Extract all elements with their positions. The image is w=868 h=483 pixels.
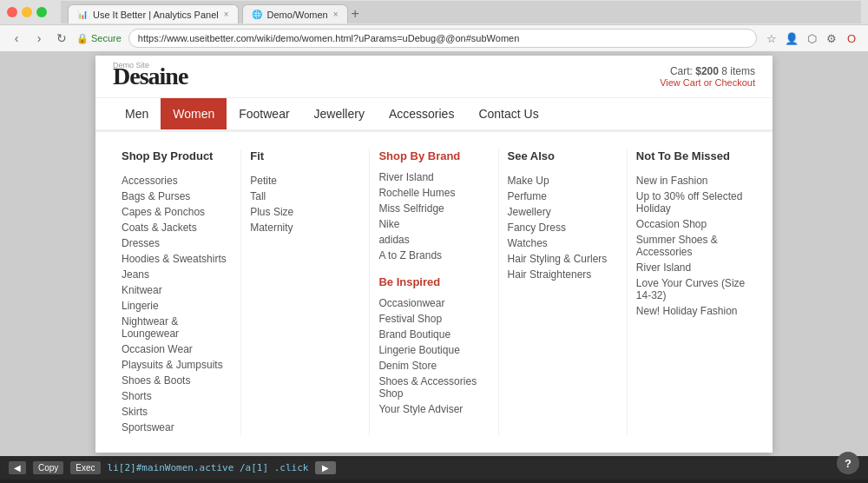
settings-icon[interactable]: ⚙ xyxy=(824,30,839,46)
product-item[interactable]: Sportswear xyxy=(122,420,232,435)
new-tab-button[interactable]: + xyxy=(352,4,359,23)
profile-icon[interactable]: 👤 xyxy=(784,30,799,46)
tab-demo[interactable]: 🌐 Demo/Women × xyxy=(242,4,348,23)
not-missed-item[interactable]: Summer Shoes & Accessories xyxy=(636,232,746,260)
checkout-link[interactable]: View Cart or Checkout xyxy=(660,77,755,88)
bottom-panel: ◀ Copy Exec li[2]#mainWomen.active /a[1]… xyxy=(0,456,868,480)
see-also-item[interactable]: Hair Straighteners xyxy=(508,267,618,282)
fit-item[interactable]: Plus Size xyxy=(250,204,360,220)
extensions-icon[interactable]: ⬡ xyxy=(804,30,819,46)
cart-amount: $200 xyxy=(695,65,719,77)
star-icon[interactable]: ☆ xyxy=(764,30,779,46)
back-button[interactable]: ‹ xyxy=(9,30,24,46)
col-title-not-missed: Not To Be Missed xyxy=(636,149,746,162)
product-item[interactable]: Coats & Jackets xyxy=(122,220,232,235)
see-also-item[interactable]: Make Up xyxy=(508,173,618,189)
logo-wrap: Demo Site Desaine xyxy=(113,63,187,90)
product-item[interactable]: Occasion Wear xyxy=(122,341,232,357)
close-button[interactable] xyxy=(7,7,17,17)
see-also-item[interactable]: Watches xyxy=(508,235,618,251)
dropdown-col-fit: Fit PetiteTallPlus SizeMaternity xyxy=(241,149,370,435)
refresh-button[interactable]: ↻ xyxy=(54,30,69,46)
mega-dropdown: Shop By Product AccessoriesBags & Purses… xyxy=(95,131,773,453)
exec-button[interactable]: Exec xyxy=(70,461,100,474)
nav-men[interactable]: Men xyxy=(113,98,161,129)
minimize-button[interactable] xyxy=(22,7,32,17)
brand-item[interactable]: Occasionwear xyxy=(378,295,489,311)
run-button[interactable]: ▶ xyxy=(315,461,336,474)
url-text: https://www.useitbetter.com/wiki/demo/wo… xyxy=(138,33,519,43)
product-item[interactable]: Playsuits & Jumpsuits xyxy=(122,357,232,373)
product-item[interactable]: Skirts xyxy=(122,404,232,420)
product-item[interactable]: Knitwear xyxy=(122,282,232,298)
tab-analytics[interactable]: 📊 Use It Better | Analytics Panel × xyxy=(68,4,239,23)
brand-item[interactable]: A to Z Brands xyxy=(378,248,489,263)
brand-item[interactable]: Nike xyxy=(378,216,489,232)
nav-women[interactable]: Women xyxy=(161,98,227,129)
see-also-item[interactable]: Fancy Dress xyxy=(508,220,618,235)
product-item[interactable]: Bags & Purses xyxy=(122,189,232,204)
tab-close-analytics[interactable]: × xyxy=(224,10,229,19)
opera-icon[interactable]: O xyxy=(844,30,859,46)
nav-footwear[interactable]: Footwear xyxy=(227,98,301,129)
brand-item[interactable]: Brand Boutique xyxy=(378,327,489,342)
brand-item[interactable]: adidas xyxy=(378,232,489,248)
fit-item[interactable]: Maternity xyxy=(250,220,360,235)
help-button[interactable]: ? xyxy=(837,452,859,474)
brand-item[interactable]: Shoes & Accessories Shop xyxy=(378,374,489,401)
tab-close-demo[interactable]: × xyxy=(333,10,339,19)
not-missed-item[interactable]: River Island xyxy=(636,260,746,275)
title-bar: 📊 Use It Better | Analytics Panel × 🌐 De… xyxy=(0,0,868,24)
not-missed-item[interactable]: Up to 30% off Selected Holiday xyxy=(636,189,746,216)
back-cmd-button[interactable]: ◀ xyxy=(9,461,26,474)
see-also-item[interactable]: Hair Styling & Curlers xyxy=(508,251,618,267)
see-also-item[interactable]: Perfume xyxy=(508,189,618,204)
brand-item[interactable]: Rochelle Humes xyxy=(378,185,489,201)
forward-button[interactable]: › xyxy=(31,30,47,46)
not-missed-item[interactable]: New! Holiday Fashion xyxy=(636,303,746,319)
not-missed-item[interactable]: Occasion Shop xyxy=(636,216,746,232)
maximize-button[interactable] xyxy=(36,7,47,17)
product-item[interactable]: Nightwear & Loungewear xyxy=(122,314,232,341)
product-item[interactable]: Shorts xyxy=(122,388,232,404)
secure-badge: 🔒 Secure xyxy=(76,33,122,44)
product-item[interactable]: Lingerie xyxy=(122,298,232,314)
cart-area: Cart: $200 8 items View Cart or Checkout xyxy=(660,65,755,88)
product-item[interactable]: Shoes & Boots xyxy=(122,373,232,388)
nav-accessories[interactable]: Accessories xyxy=(377,98,466,129)
tab-favicon-demo: 🌐 xyxy=(252,10,262,20)
fit-list: PetiteTallPlus SizeMaternity xyxy=(250,173,360,235)
brand-item[interactable]: Denim Store xyxy=(378,358,489,374)
brand-item[interactable]: Festival Shop xyxy=(378,311,489,327)
fit-item[interactable]: Tall xyxy=(250,189,360,204)
brand-item[interactable]: Miss Selfridge xyxy=(378,201,489,216)
cart-summary: Cart: $200 8 items xyxy=(660,65,755,77)
see-also-item[interactable]: Jewellery xyxy=(508,204,618,220)
fit-item[interactable]: Petite xyxy=(250,173,360,189)
cart-label: Cart: xyxy=(670,65,693,77)
uit-toolbar: U Hide Log Find: changeclickfocuskeydown… xyxy=(0,480,868,483)
site-header: Demo Site Desaine Cart: $200 8 items Vie… xyxy=(95,56,773,98)
nav-jewellery[interactable]: Jewellery xyxy=(302,98,377,129)
product-list: AccessoriesBags & PursesCapes & PonchosC… xyxy=(122,173,232,435)
product-item[interactable]: Hoodies & Sweatshirts xyxy=(122,251,232,267)
copy-button[interactable]: Copy xyxy=(33,461,63,474)
url-bar[interactable]: https://www.useitbetter.com/wiki/demo/wo… xyxy=(128,29,757,48)
cart-items: 8 items xyxy=(721,65,755,77)
tab-title-demo: Demo/Women xyxy=(267,10,328,20)
brand-item[interactable]: River Island xyxy=(378,169,489,185)
tab-title-analytics: Use It Better | Analytics Panel xyxy=(93,10,219,20)
dropdown-col-not-missed: Not To Be Missed New in FashionUp to 30%… xyxy=(628,149,755,435)
brand-item[interactable]: Your Style Adviser xyxy=(378,401,489,417)
brand-item[interactable]: Lingerie Boutique xyxy=(378,342,489,358)
product-item[interactable]: Dresses xyxy=(122,235,232,251)
section-title: Be Inspired xyxy=(378,275,489,288)
nav-contact[interactable]: Contact Us xyxy=(466,98,550,129)
not-missed-item[interactable]: New in Fashion xyxy=(636,173,746,189)
col-title-product: Shop By Product xyxy=(122,149,232,162)
product-item[interactable]: Accessories xyxy=(122,173,232,189)
product-item[interactable]: Jeans xyxy=(122,267,232,282)
not-missed-list: New in FashionUp to 30% off Selected Hol… xyxy=(636,173,746,319)
product-item[interactable]: Capes & Ponchos xyxy=(122,204,232,220)
not-missed-item[interactable]: Love Your Curves (Size 14-32) xyxy=(636,275,746,303)
